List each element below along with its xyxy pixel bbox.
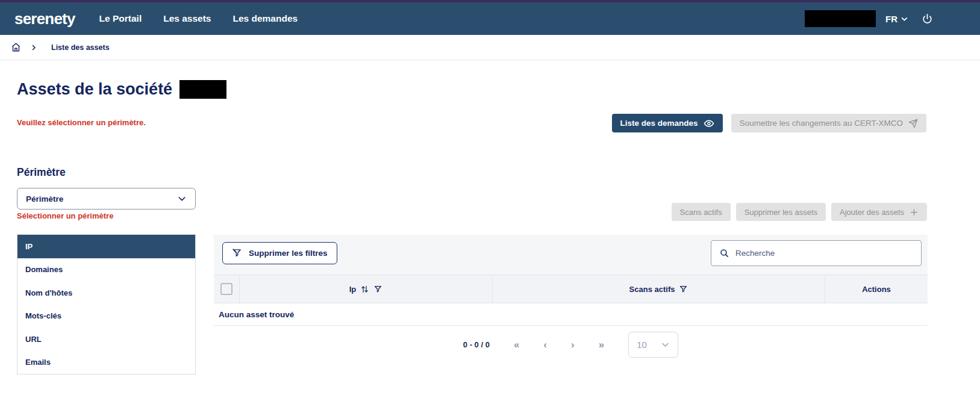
add-assets-button[interactable]: Ajouter des assets [831,203,927,221]
breadcrumb-current[interactable]: Liste des assets [51,43,110,52]
perimeter-heading: Périmètre [17,166,66,179]
category-label: Mots-clés [25,311,61,320]
clear-filters-label: Supprimer les filtres [249,249,328,258]
nav-links: Le Portail Les assets Les demandes [99,13,298,24]
column-label-ip: Ip [349,285,357,294]
category-label: Domaines [25,265,63,274]
filter-icon[interactable] [373,285,382,294]
search-box [711,240,922,266]
header-cell-checkbox [214,275,240,303]
redacted-company-name [179,80,226,99]
category-item-url[interactable]: URL [17,328,195,351]
submit-changes-button[interactable]: Soumettre les changements au CERT-XMCO [731,114,926,132]
header-cell-scans: Scans actifs [493,275,825,303]
nav-item-assets[interactable]: Les assets [163,13,211,24]
breadcrumb-chevron-icon [30,44,37,51]
chevron-down-icon [177,194,187,203]
perimeter-select-error: Sélectionner un périmètre [17,211,113,220]
active-scans-label: Scans actifs [680,208,722,217]
column-label-scans: Scans actifs [629,285,675,294]
search-input[interactable] [735,249,913,258]
power-icon [922,13,933,25]
sort-icon[interactable] [360,285,369,294]
table-empty-state: Aucun asset trouvé [214,303,928,326]
list-requests-label: Liste des demandes [620,119,698,128]
asset-actions: Scans actifs Supprimer les assets Ajoute… [672,203,927,221]
page-title-text: Assets de la société [17,80,172,99]
chevron-down-icon [900,15,908,23]
eye-icon [704,118,714,129]
category-label: URL [25,335,42,344]
brand-logo[interactable]: serenety [14,10,75,28]
category-item-domaines[interactable]: Domaines [17,258,195,282]
send-icon [908,119,918,128]
category-item-hostnames[interactable]: Nom d'hôtes [17,281,195,305]
asset-category-list: IP Domaines Nom d'hôtes Mots-clés URL Em… [17,234,196,374]
home-icon[interactable] [11,42,21,52]
list-requests-button[interactable]: Liste des demandes [612,114,723,132]
page-size-select[interactable]: 10 [628,332,678,358]
header-cell-actions: Actions [825,275,928,303]
category-label: IP [25,242,33,251]
navbar: serenety Le Portail Les assets Les deman… [0,2,980,35]
nav-item-demandes[interactable]: Les demandes [233,13,298,24]
add-assets-label: Ajouter des assets [840,208,904,217]
clear-filters-button[interactable]: Supprimer les filtres [222,242,337,264]
nav-item-portail[interactable]: Le Portail [99,13,142,24]
perimeter-warning: Veuillez sélectionner un périmètre. [17,118,146,127]
perimeter-select[interactable]: Périmètre [17,188,196,210]
perimeter-select-value: Périmètre [26,194,63,203]
assets-table-panel: Supprimer les filtres Ip Scans actifs [214,235,928,363]
filter-icon[interactable] [679,285,688,294]
logout-button[interactable] [922,13,933,25]
navbar-right: FR [805,10,933,27]
chevron-down-icon [661,340,670,349]
category-item-emails[interactable]: Emails [17,351,195,374]
category-label: Emails [25,358,51,367]
category-label: Nom d'hôtes [25,288,72,297]
column-label-actions: Actions [862,285,891,294]
category-item-keywords[interactable]: Mots-clés [17,305,195,328]
table-header: Ip Scans actifs Actions [214,275,928,303]
header-cell-ip: Ip [240,275,493,303]
pagination-last-button[interactable]: » [599,340,604,350]
page-actions: Liste des demandes Soumettre les changem… [612,114,926,132]
language-selector[interactable]: FR [885,14,908,24]
plus-icon [910,208,919,217]
select-all-checkbox[interactable] [220,283,233,295]
empty-state-label: Aucun asset trouvé [219,310,294,319]
table-toolbar: Supprimer les filtres [214,235,928,275]
pagination-prev-button[interactable]: ‹ [543,340,547,350]
page-size-value: 10 [637,340,647,350]
active-scans-button[interactable]: Scans actifs [672,203,731,221]
delete-assets-button[interactable]: Supprimer les assets [736,203,826,221]
delete-assets-label: Supprimer les assets [744,208,817,217]
filter-slash-icon [232,248,242,258]
pagination: 0 - 0 / 0 « ‹ › » 10 [214,326,928,363]
breadcrumb: Liste des assets [0,35,980,60]
redacted-user-name [805,10,876,27]
submit-changes-label: Soumettre les changements au CERT-XMCO [740,119,903,128]
page-title: Assets de la société [17,80,226,99]
category-item-ip[interactable]: IP [17,235,195,258]
search-icon [719,248,729,258]
language-label: FR [885,14,897,24]
pagination-next-button[interactable]: › [571,340,575,350]
pagination-first-button[interactable]: « [514,340,519,350]
pagination-range: 0 - 0 / 0 [463,340,490,349]
